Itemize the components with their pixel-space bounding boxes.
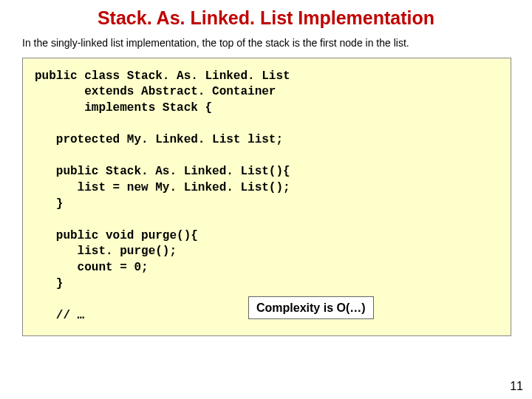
slide-title: Stack. As. Linked. List Implementation (22, 7, 510, 29)
slide: Stack. As. Linked. List Implementation I… (0, 0, 532, 399)
intro-text: In the singly-linked list implementation… (22, 36, 510, 50)
code-block: public class Stack. As. Linked. List ext… (22, 58, 511, 337)
complexity-callout: Complexity is O(…) (248, 296, 374, 320)
code-text: public class Stack. As. Linked. List ext… (35, 69, 290, 322)
page-number: 11 (510, 380, 523, 393)
